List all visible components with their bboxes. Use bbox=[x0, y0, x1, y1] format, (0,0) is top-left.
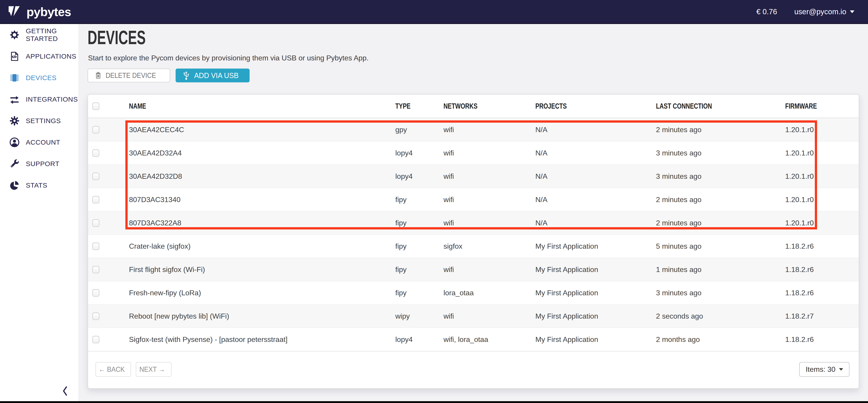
sidebar-item-devices[interactable]: DEVICES bbox=[0, 67, 79, 89]
cell-type: lopy4 bbox=[395, 149, 443, 157]
cell-firmware: 1.18.2.r6 bbox=[781, 335, 859, 344]
cell-projects: N/A bbox=[535, 219, 656, 227]
pycom-logo-icon bbox=[8, 6, 23, 18]
cell-name: Reboot [new pybytes lib] (WiFi) bbox=[129, 312, 395, 320]
table-row[interactable]: Crater-lake (sigfox)fipysigfoxMy First A… bbox=[88, 235, 859, 258]
cell-firmware: 1.18.2.r6 bbox=[781, 242, 859, 250]
cell-firmware: 1.20.1.r0 bbox=[781, 195, 859, 204]
cell-last_connection: 5 minutes ago bbox=[656, 242, 781, 250]
cell-type: fipy bbox=[395, 242, 443, 250]
cell-name: Fresh-new-fipy (LoRa) bbox=[129, 289, 395, 297]
cell-projects: My First Application bbox=[535, 242, 656, 250]
table-body: 30AEA42CEC4CgpywifiN/A2 minutes ago1.20.… bbox=[88, 118, 859, 351]
user-icon bbox=[9, 137, 20, 148]
table-row[interactable]: 30AEA42D32A4lopy4wifiN/A3 minutes ago1.2… bbox=[88, 142, 859, 165]
user-menu[interactable]: user@pycom.io bbox=[794, 7, 855, 16]
row-checkbox[interactable] bbox=[92, 336, 99, 343]
row-checkbox[interactable] bbox=[92, 126, 99, 133]
cell-last_connection: 2 seconds ago bbox=[656, 312, 781, 320]
add-via-usb-button[interactable]: ADD VIA USB bbox=[176, 68, 250, 82]
cell-networks: wifi bbox=[443, 266, 535, 274]
sidebar-item-label: SETTINGS bbox=[26, 117, 61, 125]
select-all-checkbox[interactable] bbox=[92, 102, 99, 110]
add-via-usb-label: ADD VIA USB bbox=[194, 71, 239, 80]
sidebar-item-label: GETTING STARTED bbox=[26, 27, 79, 42]
cell-name: Crater-lake (sigfox) bbox=[129, 242, 395, 250]
row-checkbox[interactable] bbox=[92, 173, 99, 180]
cell-type: fipy bbox=[395, 219, 443, 227]
sidebar-item-label: DEVICES bbox=[26, 74, 57, 82]
logo-text: pybytes bbox=[27, 6, 71, 18]
cell-projects: N/A bbox=[535, 149, 656, 157]
sidebar-item-integrations[interactable]: INTEGRATIONS bbox=[0, 89, 79, 110]
sidebar-item-account[interactable]: ACCOUNT bbox=[0, 131, 79, 153]
gear-icon bbox=[9, 115, 20, 126]
chip-icon bbox=[9, 72, 20, 83]
wrench-icon bbox=[9, 158, 20, 169]
row-checkbox[interactable] bbox=[92, 243, 99, 250]
logo[interactable]: pybytes bbox=[8, 6, 71, 18]
sidebar-item-label: STATS bbox=[26, 182, 47, 189]
table-header: NAME TYPE NETWORKS PROJECTS LAST CONNECT… bbox=[88, 95, 859, 118]
cell-firmware: 1.18.2.r6 bbox=[781, 266, 859, 274]
cell-projects: N/A bbox=[535, 172, 656, 181]
sidebar-item-label: ACCOUNT bbox=[26, 138, 60, 146]
column-header-last-connection: LAST CONNECTION bbox=[656, 102, 781, 111]
next-button[interactable]: NEXT → bbox=[136, 362, 172, 377]
sidebar-item-getting-started[interactable]: GETTING STARTED bbox=[0, 24, 79, 45]
sidebar-item-applications[interactable]: APPLICATIONS bbox=[0, 45, 79, 67]
cell-name: 30AEA42D32A4 bbox=[129, 149, 395, 157]
cell-networks: wifi bbox=[443, 219, 535, 227]
cell-last_connection: 2 minutes ago bbox=[656, 126, 781, 134]
row-checkbox[interactable] bbox=[92, 219, 99, 227]
items-per-page-dropdown[interactable]: Items: 30 bbox=[799, 362, 849, 377]
sidebar-item-settings[interactable]: SETTINGS bbox=[0, 110, 79, 131]
pie-chart-icon bbox=[9, 180, 20, 191]
table-row[interactable]: Sigfox-test (with Pysense) - [pastoor pe… bbox=[88, 328, 859, 351]
row-checkbox[interactable] bbox=[92, 149, 99, 157]
cell-projects: My First Application bbox=[535, 312, 656, 320]
sidebar-collapse-button[interactable] bbox=[60, 384, 70, 398]
table-row[interactable]: 30AEA42D32D8lopy4wifiN/A3 minutes ago1.2… bbox=[88, 165, 859, 188]
cell-networks: wifi bbox=[443, 312, 535, 320]
sidebar: GETTING STARTEDAPPLICATIONSDEVICESINTEGR… bbox=[0, 24, 79, 401]
cell-type: gpy bbox=[395, 126, 443, 134]
table-row[interactable]: 807D3AC322A8fipywifiN/A2 minutes ago1.20… bbox=[88, 211, 859, 235]
devices-card: NAME TYPE NETWORKS PROJECTS LAST CONNECT… bbox=[88, 94, 859, 389]
row-checkbox[interactable] bbox=[92, 289, 99, 297]
cell-type: lopy4 bbox=[395, 172, 443, 181]
chevron-down-icon bbox=[850, 10, 855, 13]
cell-name: 30AEA42D32D8 bbox=[129, 172, 395, 181]
table-row[interactable]: First flight sigfox (Wi-Fi)fipywifiMy Fi… bbox=[88, 258, 859, 281]
cell-name: 807D3AC322A8 bbox=[129, 219, 395, 227]
chevron-left-icon bbox=[61, 385, 70, 397]
cell-type: fipy bbox=[395, 195, 443, 204]
cell-networks: wifi bbox=[443, 149, 535, 157]
topbar: pybytes € 0.76 user@pycom.io bbox=[0, 0, 868, 24]
table-row[interactable]: 807D3AC31340fipywifiN/A2 minutes ago1.20… bbox=[88, 188, 859, 211]
cell-last_connection: 3 minutes ago bbox=[656, 289, 781, 297]
cell-firmware: 1.20.1.r0 bbox=[781, 219, 859, 227]
sidebar-item-stats[interactable]: STATS bbox=[0, 175, 79, 196]
balance: € 0.76 bbox=[756, 7, 777, 16]
row-checkbox[interactable] bbox=[92, 266, 99, 273]
delete-device-label: DELETE DEVICE bbox=[106, 71, 156, 80]
cell-firmware: 1.18.2.r7 bbox=[781, 312, 859, 320]
sidebar-item-support[interactable]: SUPPORT bbox=[0, 153, 79, 175]
chevron-down-icon bbox=[839, 368, 843, 371]
items-per-page-label: Items: 30 bbox=[806, 365, 835, 374]
cell-name: 807D3AC31340 bbox=[129, 195, 395, 204]
table-row[interactable]: Fresh-new-fipy (LoRa)fipylora_otaaMy Fir… bbox=[88, 281, 859, 305]
table-row[interactable]: 30AEA42CEC4CgpywifiN/A2 minutes ago1.20.… bbox=[88, 118, 859, 142]
table-row[interactable]: Reboot [new pybytes lib] (WiFi)wipywifiM… bbox=[88, 305, 859, 328]
sun-icon bbox=[9, 29, 20, 40]
cell-networks: lora_otaa bbox=[443, 289, 535, 297]
delete-device-button[interactable]: DELETE DEVICE bbox=[88, 68, 170, 82]
row-checkbox[interactable] bbox=[92, 312, 99, 320]
usb-icon bbox=[183, 71, 190, 80]
cell-networks: wifi bbox=[443, 195, 535, 204]
cell-projects: N/A bbox=[535, 195, 656, 204]
back-button[interactable]: ← BACK bbox=[95, 362, 131, 377]
arrows-swap-icon bbox=[9, 94, 20, 105]
row-checkbox[interactable] bbox=[92, 196, 99, 204]
